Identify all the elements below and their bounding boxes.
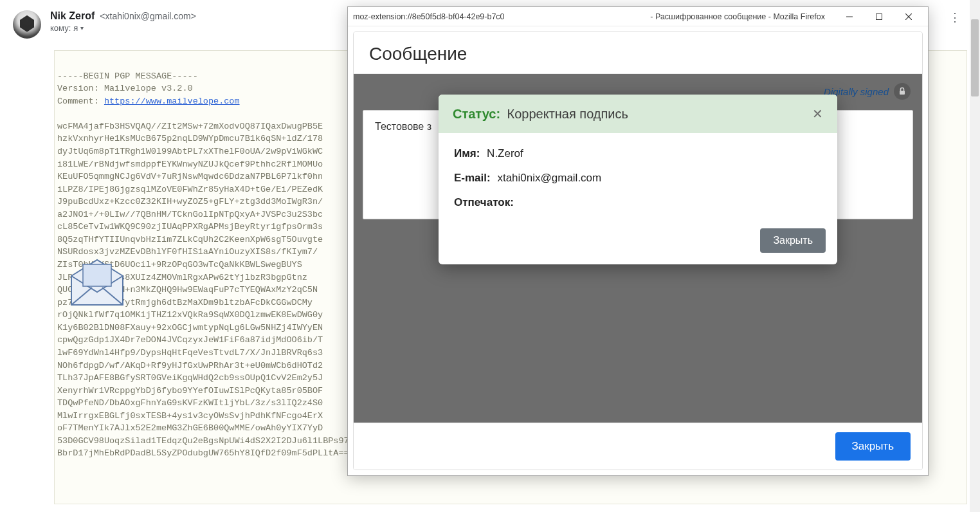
window-close-button[interactable]: [894, 8, 923, 26]
to-label: кому:: [50, 23, 71, 33]
envelope-icon[interactable]: [65, 257, 129, 308]
svg-rect-3: [876, 14, 882, 19]
fingerprint-label: Отпечаток:: [454, 196, 514, 208]
mailvelope-link[interactable]: https://www.mailvelope.com: [104, 96, 240, 106]
name-value: N.Zerof: [487, 147, 523, 160]
pgp-version: Version: Mailvelope v3.2.0: [57, 84, 193, 93]
page-scrollbar[interactable]: [970, 0, 980, 512]
window-titlebar[interactable]: moz-extension://8e50f5d8-bf04-42e9-b7c0 …: [348, 7, 928, 26]
decrypted-text: Тестовове з: [375, 121, 431, 132]
window-title: - Расшифрованное сообщение - Mozilla Fir…: [650, 12, 825, 21]
lock-icon: [894, 83, 911, 100]
svg-rect-6: [900, 91, 905, 95]
popup-close-button[interactable]: Закрыть: [835, 432, 911, 461]
pgp-comment: Comment: https://www.mailvelope.com: [57, 96, 240, 106]
pgp-begin: -----BEGIN PGP MESSAGE-----: [57, 71, 198, 81]
svg-rect-1: [83, 264, 111, 286]
status-value: Корректная подпись: [507, 107, 628, 121]
window-address: moz-extension://8e50f5d8-bf04-42e9-b7c0: [353, 12, 505, 21]
status-label: Статус:: [453, 107, 500, 121]
signature-status-modal: Статус: Корректная подпись ✕ Имя: N.Zero…: [439, 95, 837, 264]
to-value: я: [73, 23, 78, 33]
status-header: Статус: Корректная подпись ✕: [439, 95, 837, 133]
avatar[interactable]: [13, 10, 41, 39]
sender-email: <xtahi0nix@gmail.com>: [100, 11, 196, 21]
email-label: E-mail:: [454, 172, 491, 184]
decrypt-popup-window: moz-extension://8e50f5d8-bf04-42e9-b7c0 …: [347, 6, 929, 476]
sender-name: Nik Zerof: [50, 10, 95, 22]
status-footer: Закрыть: [439, 223, 837, 264]
status-body: Имя: N.Zerof E-mail: xtahi0nix@gmail.com…: [439, 133, 837, 223]
popup-content: Сообщение Digitally signed Тестовове з С…: [353, 32, 923, 470]
more-menu-icon[interactable]: ⋮: [949, 10, 961, 24]
chevron-down-icon[interactable]: ▾: [80, 24, 84, 32]
popup-body: Digitally signed Тестовове з Статус: Кор…: [354, 74, 922, 423]
email-value: xtahi0nix@gmail.com: [497, 172, 601, 184]
modal-close-icon[interactable]: ✕: [812, 106, 823, 122]
scrollbar-thumb[interactable]: [971, 19, 979, 96]
window-minimize-button[interactable]: [835, 8, 864, 26]
popup-heading: Сообщение: [354, 32, 922, 74]
window-maximize-button[interactable]: [865, 8, 893, 26]
status-close-button[interactable]: Закрыть: [760, 228, 826, 253]
popup-footer: Закрыть: [354, 423, 922, 470]
name-label: Имя:: [454, 147, 480, 160]
